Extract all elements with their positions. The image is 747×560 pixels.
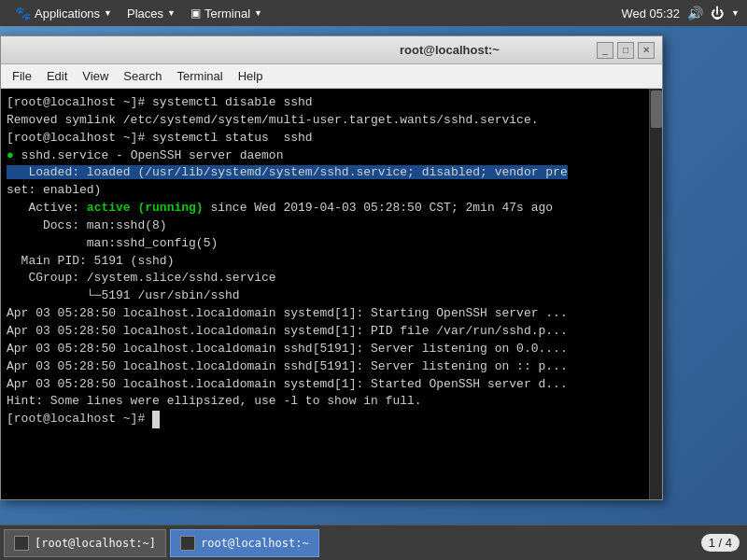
terminal-line: Hint: Some lines were ellipsized, use -l… [7,393,656,411]
speaker-icon[interactable]: 🔊 [687,6,703,21]
power-chevron: ▼ [731,8,740,18]
power-icon[interactable]: ⏻ [711,6,724,21]
window-menubar: File Edit View Search Terminal Help [1,64,662,89]
minimize-button[interactable]: _ [597,42,613,59]
terminal-line: man:sshd_config(5) [7,235,656,253]
window-titlebar: root@localhost:~ _ □ ✕ [1,36,662,64]
page-indicator[interactable]: 1 / 4 [701,534,740,552]
terminal-content[interactable]: [root@localhost ~]# systemctl disable ss… [1,89,662,499]
menu-view[interactable]: View [75,66,116,87]
close-button[interactable]: ✕ [638,42,655,59]
places-label: Places [127,7,163,21]
applications-menu[interactable]: 🐾 Applications ▼ [7,0,120,26]
taskbar-windows: [root@localhost:~] root@localhost:~ [0,529,319,557]
topbar-left-section: 🐾 Applications ▼ Places ▼ ▣ Terminal ▼ [7,0,270,26]
terminal-line: Main PID: 5191 (sshd) [7,253,656,271]
terminal-line: Apr 03 05:28:50 localhost.localdomain sy… [7,323,656,341]
terminal-line: [root@localhost ~]# systemctl disable ss… [7,94,656,112]
terminal-line: Docs: man:sshd(8) [7,217,656,235]
applications-label: Applications [35,7,100,21]
taskbar-window1-icon [14,536,29,551]
terminal-line: Removed symlink /etc/systemd/system/mult… [7,112,656,130]
clock: Wed 05:32 [621,7,680,21]
taskbar-window1-label: [root@localhost:~] [35,537,156,550]
terminal-line: Apr 03 05:28:50 localhost.localdomain ss… [7,341,656,358]
taskbar: [root@localhost:~] root@localhost:~ 1 / … [0,525,747,560]
terminal-icon: ▣ [190,7,201,20]
places-chevron: ▼ [167,8,176,18]
terminal-line: Apr 03 05:28:50 localhost.localdomain sy… [7,305,656,323]
menu-help[interactable]: Help [231,66,271,87]
terminal-label: Terminal [204,7,250,21]
scrollbar-thumb[interactable] [651,91,662,128]
apps-chevron: ▼ [104,8,112,18]
terminal-line: [root@localhost ~]# [7,411,656,428]
taskbar-window2[interactable]: root@localhost:~ [170,529,319,557]
terminal-chevron: ▼ [254,8,262,18]
taskbar-window1[interactable]: [root@localhost:~] [4,529,166,557]
taskbar-window2-label: root@localhost:~ [201,537,309,550]
menu-file[interactable]: File [5,66,39,87]
terminal-line: Loaded: loaded (/usr/lib/systemd/system/… [7,164,656,182]
terminal-line: set: enabled) [7,182,656,200]
window-title: root@localhost:~ [303,43,597,57]
terminal-line: Apr 03 05:28:50 localhost.localdomain sy… [7,376,656,394]
menu-search[interactable]: Search [116,66,169,87]
terminal-scrollbar[interactable] [649,89,662,499]
terminal-line: ● sshd.service - OpenSSH server daemon [7,147,656,165]
desktop: root@localhost:~ _ □ ✕ File Edit View Se… [0,26,747,560]
terminal-line: Active: active (running) since Wed 2019-… [7,200,656,217]
taskbar-right: 1 / 4 [701,534,747,552]
terminal-line: CGroup: /system.slice/sshd.service [7,270,656,287]
apps-icon: 🐾 [15,6,31,21]
maximize-button[interactable]: □ [617,42,634,59]
terminal-line: └─5191 /usr/sbin/sshd [7,287,656,305]
terminal-lines: [root@localhost ~]# systemctl disable ss… [7,94,656,428]
terminal-menu[interactable]: ▣ Terminal ▼ [183,0,270,26]
terminal-line: [root@localhost ~]# systemctl status ssh… [7,130,656,147]
menu-terminal[interactable]: Terminal [170,66,231,87]
terminal-line: Apr 03 05:28:50 localhost.localdomain ss… [7,358,656,376]
taskbar-window2-icon [180,536,195,551]
terminal-window: root@localhost:~ _ □ ✕ File Edit View Se… [0,35,663,500]
window-controls: _ □ ✕ [597,42,655,59]
topbar-right-section: Wed 05:32 🔊 ⏻ ▼ [621,6,740,21]
places-menu[interactable]: Places ▼ [120,0,183,26]
system-topbar: 🐾 Applications ▼ Places ▼ ▣ Terminal ▼ W… [0,0,747,26]
menu-edit[interactable]: Edit [39,66,75,87]
